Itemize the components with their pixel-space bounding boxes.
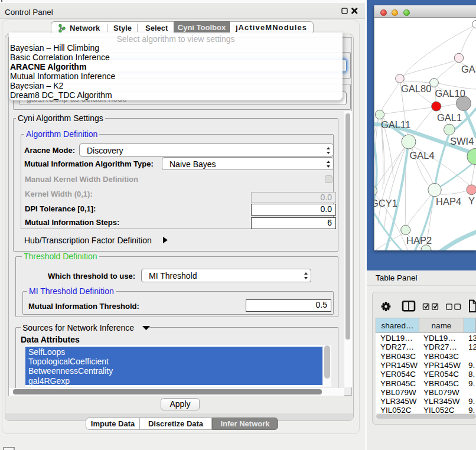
svg-text:GAL11: GAL11 (381, 119, 410, 130)
svg-text:GAL4: GAL4 (410, 150, 435, 161)
svg-text:HAP4: HAP4 (436, 196, 461, 207)
svg-text:Y: Y (468, 195, 475, 206)
svg-text:SWI4: SWI4 (450, 136, 474, 146)
svg-text:GCY1: GCY1 (374, 198, 397, 208)
svg-text:GAL80: GAL80 (401, 83, 431, 94)
svg-text:GAL7: GAL7 (461, 64, 476, 74)
svg-text:GAL10: GAL10 (435, 88, 465, 99)
svg-text:HAP2: HAP2 (406, 235, 432, 246)
svg-text:GAL1: GAL1 (437, 112, 462, 123)
